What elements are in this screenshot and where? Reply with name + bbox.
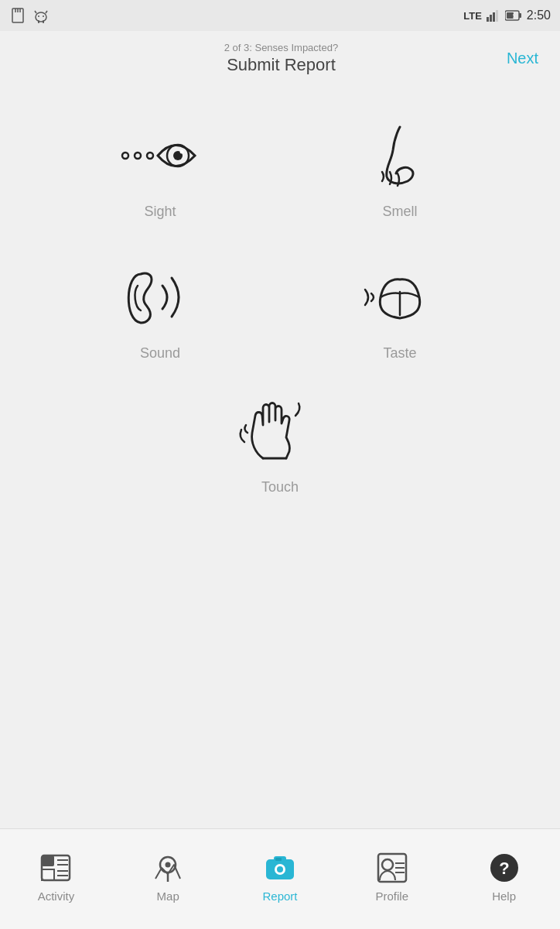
help-nav-label: Help <box>492 890 516 903</box>
taste-sense-item[interactable]: Taste <box>288 240 512 374</box>
help-icon: ? <box>487 851 521 885</box>
sound-label: Sound <box>140 345 180 362</box>
svg-rect-12 <box>490 15 492 22</box>
svg-rect-26 <box>42 855 54 866</box>
smell-sense-item[interactable]: Smell <box>288 98 512 232</box>
nav-item-help[interactable]: ? Help <box>448 851 560 903</box>
nav-item-activity[interactable]: Activity <box>0 851 112 903</box>
touch-icon <box>234 393 326 470</box>
activity-nav-label: Activity <box>38 890 75 903</box>
svg-point-34 <box>166 862 171 868</box>
svg-rect-11 <box>487 17 489 22</box>
senses-grid: Sight Smell <box>48 98 512 374</box>
map-nav-label: Map <box>157 890 179 903</box>
android-icon <box>32 7 50 24</box>
svg-point-21 <box>147 153 153 159</box>
nav-item-map[interactable]: Map <box>112 851 224 903</box>
profile-nav-label: Profile <box>376 890 409 903</box>
header-center: 2 of 3: Senses Impacted? Submit Report <box>62 42 500 75</box>
svg-line-6 <box>46 11 47 13</box>
svg-point-24 <box>180 150 184 154</box>
sound-sense-item[interactable]: Sound <box>48 240 272 374</box>
activity-icon <box>39 851 73 885</box>
svg-point-19 <box>122 153 128 159</box>
header-title: Submit Report <box>62 55 500 75</box>
svg-rect-13 <box>493 12 495 22</box>
status-right: LTE 2:50 <box>463 9 551 22</box>
sight-icon <box>114 117 207 194</box>
smell-label: Smell <box>382 204 417 220</box>
sight-label: Sight <box>144 204 176 220</box>
svg-rect-17 <box>507 12 514 19</box>
svg-rect-9 <box>38 20 39 23</box>
sight-sense-item[interactable]: Sight <box>48 98 272 232</box>
smell-icon <box>353 117 446 194</box>
next-button[interactable]: Next <box>500 46 545 70</box>
time-display: 2:50 <box>527 9 551 22</box>
status-bar: LTE 2:50 <box>0 0 560 31</box>
svg-point-7 <box>38 15 39 17</box>
svg-rect-16 <box>519 13 521 18</box>
page-header: 2 of 3: Senses Impacted? Submit Report N… <box>0 31 560 83</box>
nav-item-profile[interactable]: Profile <box>336 851 448 903</box>
header-subtitle: 2 of 3: Senses Impacted? <box>62 42 500 53</box>
sd-card-icon <box>9 7 26 24</box>
status-left-icons <box>9 7 50 24</box>
svg-rect-14 <box>496 10 498 22</box>
signal-icon <box>487 9 500 22</box>
svg-point-4 <box>36 12 46 22</box>
touch-label: Touch <box>261 479 299 495</box>
sound-icon <box>114 259 207 336</box>
taste-label: Taste <box>383 345 416 362</box>
profile-icon <box>375 851 409 885</box>
svg-line-5 <box>35 11 36 13</box>
battery-icon <box>505 9 522 22</box>
report-nav-label: Report <box>262 890 297 903</box>
svg-point-41 <box>382 859 393 870</box>
touch-row: Touch <box>15 374 545 508</box>
lte-label: LTE <box>463 10 482 22</box>
nav-item-report[interactable]: Report <box>224 851 336 903</box>
map-icon <box>151 851 185 885</box>
svg-rect-27 <box>42 869 54 880</box>
svg-text:?: ? <box>499 859 509 878</box>
touch-sense-item[interactable]: Touch <box>226 374 334 508</box>
taste-icon <box>353 259 446 336</box>
report-icon <box>263 851 297 885</box>
bottom-nav: Activity Map Report <box>0 828 560 929</box>
svg-point-8 <box>43 15 44 17</box>
main-content: Sight Smell <box>0 83 560 508</box>
svg-rect-10 <box>43 20 44 23</box>
svg-rect-39 <box>275 858 282 861</box>
svg-point-20 <box>135 153 141 159</box>
svg-point-37 <box>277 866 283 872</box>
